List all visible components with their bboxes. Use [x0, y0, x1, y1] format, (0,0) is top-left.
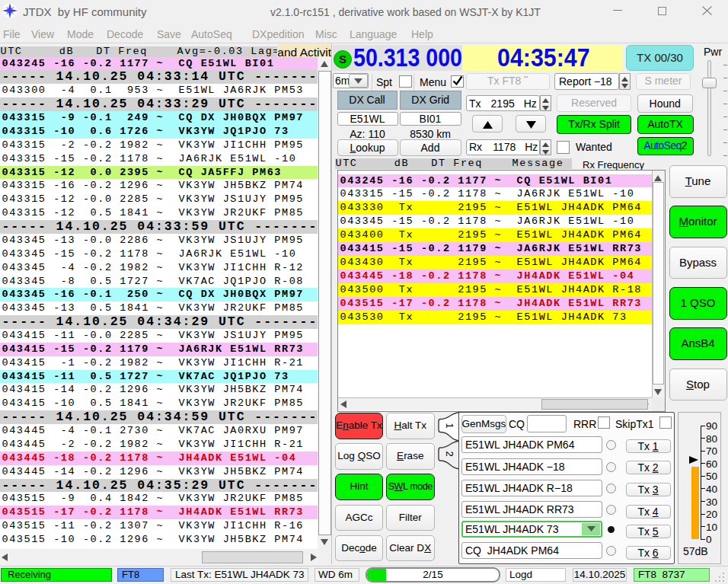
svg-text:1: 1	[444, 423, 455, 428]
svg-text:2: 2	[444, 451, 455, 456]
